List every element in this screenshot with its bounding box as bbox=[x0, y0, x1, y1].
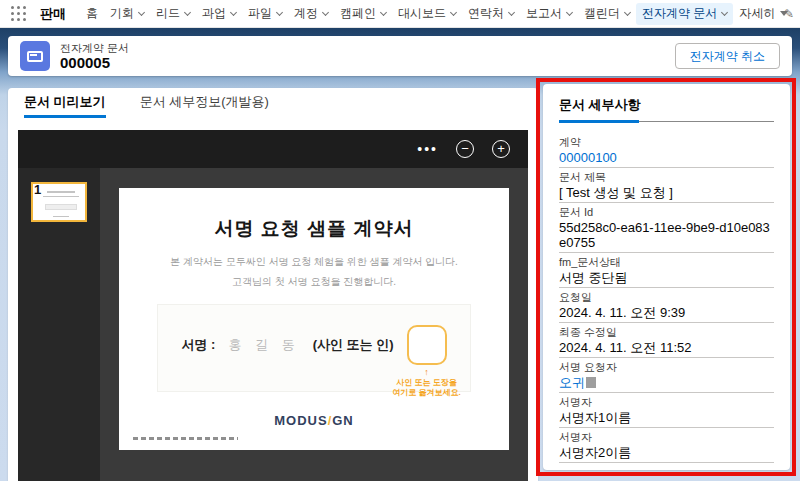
detail-field: fm_문서상태서명 중단됨 bbox=[559, 256, 774, 288]
page-number-label: 1 bbox=[34, 182, 41, 197]
app-name[interactable]: 판매 bbox=[40, 5, 66, 23]
field-value-link[interactable]: 00000100 bbox=[559, 150, 774, 168]
nav-item-label: 캠페인 bbox=[340, 5, 376, 22]
zoom-in-icon[interactable]: + bbox=[492, 140, 510, 158]
chevron-down-icon bbox=[721, 8, 728, 15]
nav-item-5[interactable]: 파일 bbox=[242, 3, 288, 25]
signer-name-placeholder: 홍 길 동 bbox=[228, 325, 299, 365]
sign-or-seal-label: (사인 또는 인) bbox=[313, 325, 394, 365]
nav-item-label: 연락처 bbox=[468, 5, 504, 22]
chevron-down-icon bbox=[508, 8, 515, 15]
detail-field: 최종 수정일2024. 4. 11. 오전 11:52 bbox=[559, 326, 774, 358]
field-value: 서명자1이름 bbox=[559, 410, 774, 428]
up-arrow-icon: ↑ bbox=[372, 368, 482, 377]
zoom-out-icon[interactable]: − bbox=[456, 140, 474, 158]
stamp-drop-box[interactable] bbox=[407, 325, 447, 365]
stamp-hint-line1: 사인 또는 도장을 bbox=[396, 378, 456, 387]
stamp-slot-wrap: ↑ 사인 또는 도장을 여기로 옮겨보세요. bbox=[407, 325, 447, 365]
nav-item-12[interactable]: 전자계약 문서 bbox=[636, 3, 733, 25]
field-value: 2024. 4. 11. 오전 9:39 bbox=[559, 305, 774, 323]
pdf-toolbar: ••• − + bbox=[18, 130, 528, 168]
chevron-down-icon bbox=[380, 8, 387, 15]
details-panel-title[interactable]: 문서 세부사항 bbox=[559, 96, 774, 122]
chevron-down-icon bbox=[322, 8, 329, 15]
record-type-label: 전자계약 문서 bbox=[60, 42, 129, 54]
nav-item-label: 대시보드 bbox=[398, 5, 446, 22]
nav-item-4[interactable]: 과업 bbox=[196, 3, 242, 25]
nav-items: 홈기회리드과업파일계정캠페인대시보드연락처보고서캘린더전자계약 문서자세히 bbox=[80, 0, 782, 27]
pdf-viewer: ••• − + 1 서명 요청 샘플 계약서 본 계약서는 모두싸인 서명 요청… bbox=[18, 130, 528, 481]
fine-print-line bbox=[133, 437, 238, 440]
nav-item-7[interactable]: 캠페인 bbox=[334, 3, 392, 25]
econtract-record-icon bbox=[20, 41, 50, 71]
nav-item-label: 기회 bbox=[110, 5, 134, 22]
chevron-down-icon bbox=[184, 8, 191, 15]
edit-nav-icon[interactable]: ✎ bbox=[784, 7, 794, 21]
details-fields: 계약00000100문서 제목[ Test 생성 및 요청 ]문서 Id55d2… bbox=[559, 136, 774, 463]
tab-document-details-dev[interactable]: 문서 세부정보(개발용) bbox=[140, 93, 269, 118]
contract-description: 본 계약서는 모두싸인 서명 요청 체험을 위한 샘플 계약서 입니다. 고객님… bbox=[119, 252, 509, 292]
field-label: 서명자 bbox=[559, 431, 774, 444]
modusign-logo: MODUS/GN bbox=[119, 413, 509, 428]
detail-field: 문서 Id55d258c0-ea61-11ee-9be9-d10e083e075… bbox=[559, 206, 774, 253]
pdf-body: 1 서명 요청 샘플 계약서 본 계약서는 모두싸인 서명 요청 체험을 위한 … bbox=[18, 168, 528, 481]
nav-item-label: 자세히 bbox=[739, 5, 775, 22]
field-label: 계약 bbox=[559, 136, 774, 149]
contract-description-line1: 본 계약서는 모두싸인 서명 요청 체험을 위한 샘플 계약서 입니다. bbox=[119, 252, 509, 272]
nav-item-label: 전자계약 문서 bbox=[642, 5, 717, 22]
app-launcher-icon[interactable] bbox=[10, 5, 32, 23]
detail-field: 서명자서명자2이름 bbox=[559, 431, 774, 463]
field-label: 문서 Id bbox=[559, 206, 774, 219]
nav-item-6[interactable]: 계정 bbox=[288, 3, 334, 25]
nav-item-label: 보고서 bbox=[526, 5, 562, 22]
nav-item-3[interactable]: 리드 bbox=[150, 3, 196, 25]
chevron-down-icon bbox=[624, 8, 631, 15]
record-identity: 전자계약 문서 000005 bbox=[60, 42, 129, 71]
contract-page: 서명 요청 샘플 계약서 본 계약서는 모두싸인 서명 요청 체험을 위한 샘플… bbox=[119, 188, 509, 450]
redacted-text bbox=[586, 377, 596, 388]
field-value-link[interactable]: 오귀 bbox=[559, 375, 774, 393]
field-value: [ Test 생성 및 요청 ] bbox=[559, 185, 774, 203]
nav-item-1[interactable]: 홈 bbox=[80, 3, 104, 25]
field-label: 문서 제목 bbox=[559, 171, 774, 184]
detail-field: 계약00000100 bbox=[559, 136, 774, 168]
field-label: 서명자 bbox=[559, 396, 774, 409]
nav-item-label: 계정 bbox=[294, 5, 318, 22]
cancel-econtract-button[interactable]: 전자계약 취소 bbox=[675, 43, 780, 69]
nav-item-label: 파일 bbox=[248, 5, 272, 22]
nav-item-8[interactable]: 대시보드 bbox=[392, 3, 462, 25]
pdf-canvas-area: 서명 요청 샘플 계약서 본 계약서는 모두싸인 서명 요청 체험을 위한 샘플… bbox=[100, 168, 528, 481]
record-header: 전자계약 문서 000005 전자계약 취소 bbox=[8, 36, 792, 76]
nav-item-label: 리드 bbox=[156, 5, 180, 22]
nav-item-10[interactable]: 보고서 bbox=[520, 3, 578, 25]
global-nav: 판매 홈기회리드과업파일계정캠페인대시보드연락처보고서캘린더전자계약 문서자세히… bbox=[0, 0, 800, 28]
page-1-thumbnail[interactable]: 1 bbox=[31, 182, 87, 222]
page-thumbnail-strip: 1 bbox=[18, 168, 100, 481]
signature-label: 서명 : bbox=[181, 325, 215, 365]
record-name: 000005 bbox=[60, 54, 129, 71]
field-value: 2024. 4. 11. 오전 11:52 bbox=[559, 340, 774, 358]
tab-document-preview[interactable]: 문서 미리보기 bbox=[24, 93, 106, 118]
field-value: 55d258c0-ea61-11ee-9be9-d10e083e0755 bbox=[559, 220, 774, 253]
field-label: 최종 수정일 bbox=[559, 326, 774, 339]
field-value: 서명자2이름 bbox=[559, 445, 774, 463]
nav-item-11[interactable]: 캘린더 bbox=[578, 3, 636, 25]
more-options-icon[interactable]: ••• bbox=[417, 144, 438, 154]
stamp-hint-line2: 여기로 옮겨보세요. bbox=[392, 388, 460, 397]
document-preview-card: 문서 미리보기 문서 세부정보(개발용) ••• − + 1 서명 요청 샘플 … bbox=[8, 88, 538, 481]
nav-item-9[interactable]: 연락처 bbox=[462, 3, 520, 25]
nav-item-label: 과업 bbox=[202, 5, 226, 22]
nav-item-2[interactable]: 기회 bbox=[104, 3, 150, 25]
chevron-down-icon bbox=[566, 8, 573, 15]
field-value: 서명 중단됨 bbox=[559, 270, 774, 288]
chevron-down-icon bbox=[450, 8, 457, 15]
detail-field: 서명자서명자1이름 bbox=[559, 396, 774, 428]
document-details-panel: 문서 세부사항 계약00000100문서 제목[ Test 생성 및 요청 ]문… bbox=[543, 84, 790, 470]
nav-item-label: 홈 bbox=[86, 5, 98, 22]
detail-field: 문서 제목[ Test 생성 및 요청 ] bbox=[559, 171, 774, 203]
preview-tabs: 문서 미리보기 문서 세부정보(개발용) bbox=[8, 88, 538, 118]
signature-area: 서명 : 홍 길 동 (사인 또는 인) ↑ 사인 또는 도장을 여기로 옮겨보… bbox=[157, 304, 471, 392]
contract-title: 서명 요청 샘플 계약서 bbox=[119, 216, 509, 242]
field-label: fm_문서상태 bbox=[559, 256, 774, 269]
detail-field: 서명 요청자오귀 bbox=[559, 361, 774, 393]
